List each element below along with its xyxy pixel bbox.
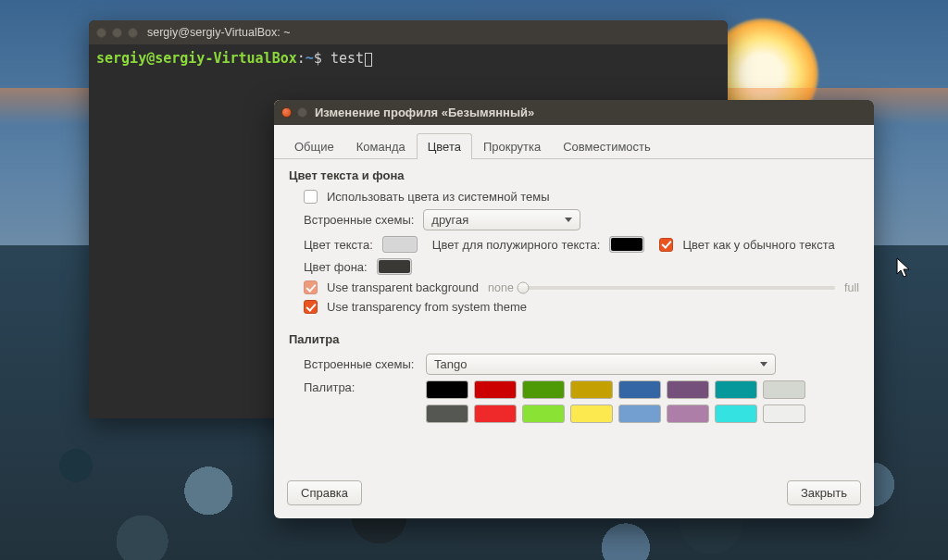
prompt-host: sergiy-VirtualBox: [155, 50, 297, 67]
use-trans-system-label: Use transparency from system theme: [327, 300, 527, 314]
text-bg-section: Цвет текста и фона Использовать цвета из…: [274, 159, 874, 323]
text-color-value: [384, 238, 416, 251]
transparency-slider: [523, 286, 835, 290]
trans-none-label: none: [488, 281, 514, 294]
dialog-footer: Справка Закрыть: [274, 471, 874, 518]
prompt-user: sergiy: [96, 50, 146, 67]
palette-color[interactable]: [522, 380, 565, 399]
chevron-down-icon: [760, 362, 767, 367]
chevron-down-icon: [565, 218, 572, 222]
bold-same-checkbox[interactable]: [659, 238, 673, 252]
palette-schemes-label: Встроенные схемы:: [304, 357, 417, 371]
close-button[interactable]: Закрыть: [787, 480, 861, 505]
dialog-titlebar[interactable]: Изменение профиля «Безымянный»: [274, 100, 874, 125]
terminal-command: test: [331, 50, 364, 67]
palette-schemes-dropdown[interactable]: Tango: [426, 354, 776, 375]
palette-schemes-value: Tango: [434, 357, 467, 371]
prompt-cwd: ~: [306, 50, 314, 67]
palette-heading: Палитра: [289, 332, 859, 346]
profile-dialog: Изменение профиля «Безымянный» Общие Ком…: [274, 100, 874, 518]
palette-color[interactable]: [522, 404, 565, 423]
bold-color-value: [611, 238, 642, 251]
tab-bar: Общие Команда Цвета Прокрутка Совместимо…: [274, 125, 874, 159]
use-trans-bg-label: Use transparent background: [327, 280, 479, 294]
builtin-schemes-label: Встроенные схемы:: [304, 213, 414, 227]
palette-grid: [426, 380, 805, 423]
palette-color[interactable]: [474, 380, 517, 399]
tab-command[interactable]: Команда: [345, 133, 417, 159]
use-system-colors-checkbox[interactable]: [304, 190, 318, 204]
builtin-schemes-value: другая: [431, 213, 468, 227]
palette-color[interactable]: [763, 380, 805, 399]
dialog-title: Изменение профиля «Безымянный»: [315, 106, 534, 119]
palette-color[interactable]: [715, 380, 757, 399]
cursor-pointer-icon: [896, 257, 913, 280]
text-color-label: Цвет текста:: [304, 238, 373, 252]
palette-color[interactable]: [570, 380, 613, 399]
trans-full-label: full: [844, 281, 859, 294]
bold-color-swatch[interactable]: [609, 236, 644, 253]
prompt-symbol: $: [314, 50, 322, 67]
text-bg-heading: Цвет текста и фона: [289, 168, 859, 182]
terminal-title: sergiy@sergiy-VirtualBox: ~: [147, 26, 291, 39]
bold-same-label: Цвет как у обычного текста: [682, 238, 834, 252]
minimize-icon[interactable]: [297, 107, 307, 118]
text-color-swatch[interactable]: [382, 236, 418, 253]
builtin-schemes-dropdown[interactable]: другая: [423, 209, 580, 230]
palette-color[interactable]: [618, 404, 661, 423]
palette-color[interactable]: [474, 404, 517, 423]
palette-color[interactable]: [426, 380, 468, 399]
bold-color-label: Цвет для полужирного текста:: [432, 238, 601, 252]
slider-handle-icon: [517, 281, 529, 293]
terminal-titlebar[interactable]: sergiy@sergiy-VirtualBox: ~: [89, 20, 728, 44]
use-trans-system-checkbox[interactable]: [304, 300, 318, 314]
tab-compat[interactable]: Совместимость: [552, 133, 662, 159]
prompt-at: @: [146, 50, 155, 67]
close-icon[interactable]: [96, 28, 106, 38]
maximize-icon[interactable]: [128, 28, 138, 38]
palette-color[interactable]: [763, 404, 805, 423]
help-button[interactable]: Справка: [287, 480, 362, 505]
tab-scrolling[interactable]: Прокрутка: [472, 133, 552, 159]
palette-label: Палитра:: [304, 380, 417, 394]
bg-color-label: Цвет фона:: [304, 260, 368, 274]
bg-color-value: [379, 260, 410, 273]
prompt-colon: :: [297, 50, 306, 67]
use-system-colors-label: Использовать цвета из системной темы: [327, 190, 550, 204]
bg-color-swatch[interactable]: [377, 258, 412, 275]
tab-general[interactable]: Общие: [283, 133, 345, 159]
palette-section: Палитра Встроенные схемы: Tango Палитра:: [274, 323, 874, 432]
terminal-cursor-icon: [365, 53, 372, 67]
palette-color[interactable]: [667, 404, 709, 423]
close-icon[interactable]: [281, 107, 292, 118]
palette-color[interactable]: [570, 404, 613, 423]
palette-color[interactable]: [715, 404, 757, 423]
tab-colors[interactable]: Цвета: [417, 133, 472, 159]
minimize-icon[interactable]: [112, 28, 122, 38]
palette-color[interactable]: [618, 380, 661, 399]
use-trans-bg-checkbox: [304, 280, 318, 294]
palette-color[interactable]: [426, 404, 468, 423]
palette-color[interactable]: [667, 380, 709, 399]
